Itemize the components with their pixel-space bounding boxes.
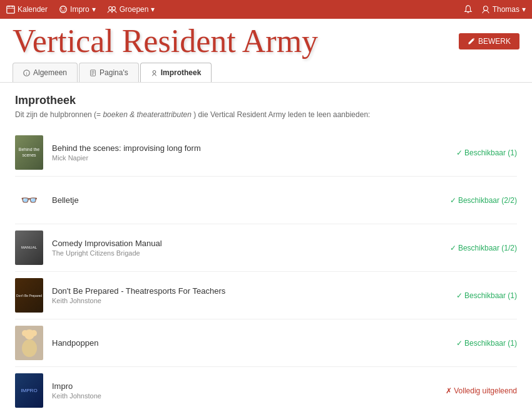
tabs-row: i Algemeen Pagina's Improtheek [13, 63, 519, 82]
svg-point-20 [31, 330, 37, 336]
header: Vertical Resident Army BEWERK i Algemeen… [0, 19, 532, 83]
item-status-belletje: ✓ Beschikbaar (2/2) [450, 196, 517, 205]
library-item-handpoppen[interactable]: Handpoppen ✓ Beschikbaar (1) [15, 319, 517, 367]
section-title: Improtheek [15, 94, 517, 107]
svg-point-18 [22, 339, 37, 357]
svg-point-7 [108, 7, 111, 10]
logo-row: Vertical Resident Army BEWERK [13, 25, 519, 58]
top-navigation: Kalender Impro ▾ Groepen ▾ Thomas ▾ [0, 0, 532, 19]
user-menu[interactable]: Thomas ▾ [481, 5, 526, 14]
item-info-dontbe: Don't Be Prepared - Theatresports For Te… [52, 286, 448, 304]
item-info-belletje: Belletje [52, 195, 441, 205]
main-content: Improtheek Dit zijn de hulpbronnen (= bo… [0, 83, 532, 409]
item-thumb-dontbe: Don't Be Prepared [15, 278, 43, 313]
svg-point-16 [153, 70, 156, 73]
impro-label: Impro [70, 5, 90, 14]
notifications-bell[interactable] [464, 5, 473, 14]
tab-improtheek[interactable]: Improtheek [140, 63, 212, 82]
item-info-comedy: Comedy Improvisation Manual The Upright … [52, 239, 441, 257]
item-status-impro: ✗ Volledig uitgeleend [446, 386, 517, 395]
item-info-behind: Behind the scenes: improvising long form… [52, 143, 448, 162]
svg-text:i: i [26, 71, 28, 75]
item-status-comedy: ✓ Beschikbaar (1/2) [450, 244, 517, 252]
tab-algemeen[interactable]: i Algemeen [13, 63, 78, 82]
impro-nav[interactable]: Impro ▾ [59, 5, 96, 14]
item-info-impro: Impro Keith Johnstone [52, 381, 437, 400]
groepen-nav[interactable]: Groepen ▾ [107, 5, 155, 14]
svg-point-4 [60, 6, 67, 13]
svg-point-19 [22, 330, 28, 336]
nav-right: Thomas ▾ [464, 5, 526, 14]
svg-point-5 [61, 8, 63, 9]
item-thumb-handpoppen [15, 326, 43, 360]
library-item-impro[interactable]: IMPRO Impro Keith Johnstone ✗ Volledig u… [15, 367, 517, 409]
svg-rect-0 [7, 6, 14, 13]
item-status-handpoppen: ✓ Beschikbaar (1) [456, 339, 517, 348]
bewerk-button[interactable]: BEWERK [459, 33, 519, 49]
item-status-behind: ✓ Beschikbaar (1) [456, 148, 517, 157]
item-thumb-belletje: 👓 [15, 183, 43, 217]
kalender-nav[interactable]: Kalender [6, 5, 48, 14]
item-status-dontbe: ✓ Beschikbaar (1) [456, 291, 517, 300]
library-item-comedy[interactable]: MANUAL Comedy Improvisation Manual The U… [15, 224, 517, 272]
user-name: Thomas [493, 5, 519, 14]
kalender-label: Kalender [18, 5, 48, 14]
item-thumb-impro: IMPRO [15, 373, 43, 408]
groepen-label: Groepen [120, 5, 149, 14]
org-logo: Vertical Resident Army [13, 25, 318, 58]
library-item-belletje[interactable]: 👓 Belletje ✓ Beschikbaar (2/2) [15, 177, 517, 224]
section-subtitle: Dit zijn de hulpbronnen (= boeken & thea… [15, 110, 517, 119]
tab-paginas[interactable]: Pagina's [79, 63, 139, 82]
svg-point-9 [483, 6, 488, 11]
item-info-handpoppen: Handpoppen [52, 338, 448, 348]
svg-point-6 [64, 8, 66, 9]
library-item-behind[interactable]: Behind the scenes Behind the scenes: imp… [15, 129, 517, 177]
item-thumb-behind: Behind the scenes [15, 135, 43, 170]
svg-point-8 [112, 7, 115, 10]
item-thumb-comedy: MANUAL [15, 230, 43, 265]
library-item-dontbe[interactable]: Don't Be Prepared Don't Be Prepared - Th… [15, 272, 517, 319]
